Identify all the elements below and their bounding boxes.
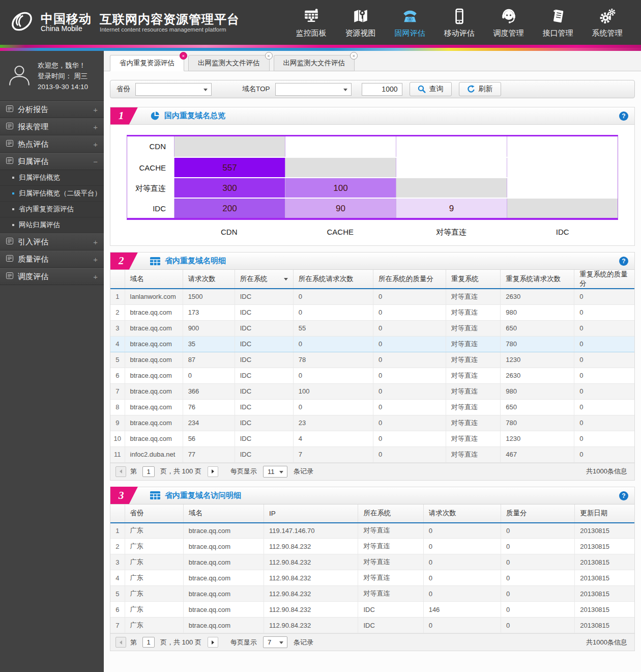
table-row[interactable]: 9 btrace.qq.com 234 IDC 23 0 对等直连 780 0 — [110, 415, 634, 431]
sidebar-group-item[interactable]: 质量评估 + — [0, 250, 104, 268]
table-row[interactable]: 6 btrace.qq.com 0 IDC 0 0 对等直连 2630 0 — [110, 368, 634, 383]
sidebar-item-label: 调度评估 — [18, 272, 93, 282]
per-page-select[interactable]: 11 — [263, 466, 287, 478]
table-row[interactable]: 2 btrace.qq.com 173 IDC 0 0 对等直连 980 0 — [110, 304, 634, 320]
expand-toggle-icon[interactable]: + — [93, 238, 98, 246]
close-icon[interactable]: × — [265, 52, 273, 60]
cell-index: 11 — [110, 446, 125, 462]
nav-item-dispatch-mgmt[interactable]: 调度管理 — [484, 0, 533, 45]
close-icon[interactable]: × — [350, 52, 358, 60]
cell-dup-quality: 0 — [574, 431, 634, 446]
welcome-text: 欢迎您，魏华！ — [38, 60, 88, 71]
expand-toggle-icon[interactable]: + — [93, 140, 98, 149]
sidebar-sub-item[interactable]: 网站归属评估 — [0, 217, 104, 233]
matrix-cell — [396, 178, 507, 198]
cell-dup-quality: 0 — [574, 304, 634, 320]
cell-dup-quality: 0 — [574, 289, 634, 304]
help-icon[interactable]: ? — [619, 491, 628, 500]
expand-toggle-icon[interactable]: + — [93, 105, 98, 114]
tab-label: 省内重复资源评估 — [120, 59, 174, 68]
sidebar-item-label: 质量评估 — [18, 255, 93, 264]
col-header-system-requests: 所在系统请求次数 — [293, 270, 373, 289]
table-row[interactable]: 11 infoc2.duba.net 77 IDC 7 0 对等直连 467 0 — [110, 446, 634, 462]
section-title: 省内重复域名访问明细 — [165, 491, 241, 500]
expand-toggle-icon[interactable]: + — [93, 272, 98, 281]
prev-page-button[interactable] — [115, 466, 126, 477]
table-row[interactable]: 5 广东 btrace.qq.com 112.90.84.232 对等直连 0 … — [110, 586, 634, 602]
nav-item-monitor[interactable]: 监控面板 — [286, 0, 336, 45]
help-icon[interactable]: ? — [619, 111, 628, 121]
sidebar-group-item[interactable]: 分析报告 + — [0, 101, 104, 118]
tab-outbound-bigfile-eval-2[interactable]: 出网监测大文件评估 × — [274, 55, 355, 71]
table-row[interactable]: 3 btrace.qq.com 900 IDC 55 0 对等直连 650 0 — [110, 320, 634, 336]
sidebar-sub-item[interactable]: 归属评估概览 — [0, 170, 104, 186]
matrix-row: CDN — [127, 136, 618, 157]
per-page-select[interactable]: 7 — [263, 636, 287, 648]
sidebar-group-item[interactable]: 调度评估 + — [0, 268, 104, 285]
table-row[interactable]: 5 btrace.qq.com 87 IDC 78 0 对等直连 1230 0 — [110, 352, 634, 368]
matrix-row-label: 对等直连 — [127, 178, 174, 198]
top-n-input[interactable] — [362, 83, 402, 96]
page-number-input[interactable] — [142, 466, 155, 477]
cell-requests: 234 — [183, 415, 235, 431]
cell-system: 对等直连 — [358, 539, 423, 554]
matrix-cell — [507, 178, 618, 198]
cell-dup-system: 对等直连 — [446, 415, 501, 431]
help-icon[interactable]: ? — [619, 257, 628, 266]
table-row[interactable]: 7 btrace.qq.com 366 IDC 100 0 对等直连 980 0 — [110, 383, 634, 399]
expand-toggle-icon[interactable]: + — [93, 255, 98, 264]
cell-ip: 119.147.146.70 — [264, 523, 358, 539]
sidebar-group-item[interactable]: 热点评估 + — [0, 135, 104, 153]
section-header: 2 省内重复域名明细 ? — [110, 253, 634, 270]
table-row[interactable]: 4 btrace.qq.com 35 IDC 0 0 对等直连 780 0 — [110, 336, 634, 352]
cell-system: 对等直连 — [358, 586, 423, 602]
search-button[interactable]: 查询 — [410, 82, 452, 96]
cell-index: 8 — [110, 399, 125, 415]
table-row[interactable]: 3 广东 btrace.qq.com 112.90.84.232 对等直连 0 … — [110, 554, 634, 570]
cell-index: 3 — [110, 320, 125, 336]
nav-item-fixed-network-eval[interactable]: 固网评估 — [385, 0, 434, 45]
cell-update-date: 20130815 — [575, 554, 634, 570]
matrix-cell — [174, 136, 285, 157]
table-row[interactable]: 1 广东 btrace.qq.com 119.147.146.70 对等直连 0… — [110, 523, 634, 539]
table-row[interactable]: 4 广东 btrace.qq.com 112.90.84.232 对等直连 0 … — [110, 570, 634, 586]
table-row[interactable]: 10 btrace.qq.com 56 IDC 4 0 对等直连 1230 0 — [110, 431, 634, 446]
refresh-button[interactable]: 刷新 — [459, 82, 501, 96]
cell-system: 对等直连 — [358, 523, 423, 539]
tab-outbound-bigfile-eval-1[interactable]: 出网监测大文件评估 × — [188, 55, 270, 71]
nav-item-resource-view[interactable]: 资源视图 — [336, 0, 385, 45]
next-page-button[interactable] — [208, 637, 218, 648]
province-select[interactable] — [135, 83, 212, 96]
next-page-button[interactable] — [208, 466, 218, 477]
expand-toggle-icon[interactable]: + — [93, 123, 98, 131]
cell-system: 对等直连 — [358, 554, 423, 570]
cell-domain: btrace.qq.com — [183, 618, 264, 633]
filter-dropdown-icon[interactable] — [284, 278, 288, 281]
expand-toggle-icon[interactable]: − — [93, 157, 98, 166]
cell-dup-system: 对等直连 — [446, 320, 501, 336]
page-number-input[interactable] — [142, 637, 155, 648]
domain-top-select[interactable] — [275, 83, 352, 96]
tab-province-duplicate-eval[interactable]: 省内重复资源评估 × — [110, 55, 184, 71]
table-row[interactable]: 8 btrace.qq.com 76 IDC 0 0 对等直连 650 0 — [110, 399, 634, 415]
table-row[interactable]: 6 广东 btrace.qq.com 112.90.84.232 IDC 146… — [110, 602, 634, 618]
table-row[interactable]: 2 广东 btrace.qq.com 112.90.84.232 对等直连 0 … — [110, 539, 634, 554]
nav-item-mobile-eval[interactable]: 移动评估 — [434, 0, 484, 45]
prev-page-button[interactable] — [115, 637, 126, 648]
cell-dup-requests: 2630 — [501, 289, 574, 304]
doc-list-icon — [6, 122, 13, 131]
sidebar-sub-item[interactable]: 归属评估概览（二级平台） — [0, 186, 104, 202]
sidebar-sub-item[interactable]: 省内重复资源评估 — [0, 202, 104, 217]
matrix-x-axis: CDN CACHE 对等直连 IDC — [127, 227, 618, 237]
cell-system-requests: 55 — [293, 320, 373, 336]
matrix-cell — [507, 199, 618, 218]
sidebar-group-item[interactable]: 引入评估 + — [0, 233, 104, 250]
table-row[interactable]: 7 广东 btrace.qq.com 112.90.84.232 IDC 0 0… — [110, 618, 634, 633]
nav-item-system-mgmt[interactable]: 系统管理 — [582, 0, 632, 45]
table-row[interactable]: 1 lanlanwork.com 1500 IDC 0 0 对等直连 2630 … — [110, 289, 634, 304]
sidebar-group-item[interactable]: 报表管理 + — [0, 118, 104, 135]
nav-item-interface-mgmt[interactable]: 接口管理 — [533, 0, 582, 45]
col-header-system[interactable]: 所在系统 — [235, 270, 293, 289]
sidebar-group-item[interactable]: 归属评估 − — [0, 153, 104, 170]
close-icon[interactable]: × — [180, 52, 187, 60]
